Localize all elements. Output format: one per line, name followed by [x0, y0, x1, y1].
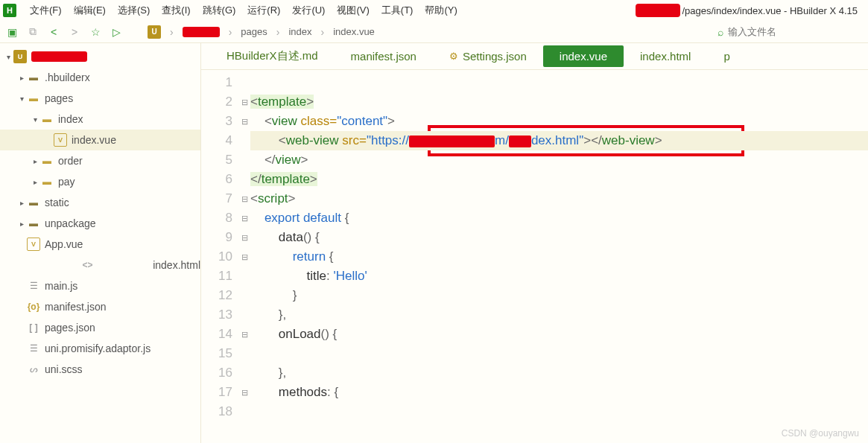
- chevron-down-icon[interactable]: ▾: [30, 115, 40, 124]
- code-line[interactable]: export default {: [250, 208, 868, 228]
- copy-icon[interactable]: ⧉: [27, 26, 39, 38]
- nav-back-icon[interactable]: <: [48, 26, 60, 38]
- menu-item[interactable]: 跳转(G): [197, 1, 242, 19]
- editor-tab[interactable]: ⚙Settings.json: [433, 45, 543, 67]
- code-line[interactable]: <view class="content">: [250, 112, 868, 131]
- code-line[interactable]: [250, 402, 868, 421]
- tree-item[interactable]: ▸▬.hbuilderx: [0, 67, 200, 88]
- app-logo-icon: H: [3, 4, 16, 17]
- code-line[interactable]: },: [250, 305, 868, 325]
- tree-item-label: index: [58, 113, 83, 125]
- tree-item[interactable]: ▸▬unpackage: [0, 213, 200, 234]
- tab-label: index.html: [640, 50, 691, 63]
- tree-item-label: uni.promisify.adaptor.js: [45, 342, 151, 354]
- fold-marker-icon[interactable]: ⊟: [238, 383, 250, 402]
- code-line[interactable]: }: [250, 286, 868, 305]
- code-line[interactable]: [250, 73, 868, 92]
- chevron-down-icon[interactable]: ▾: [3, 53, 13, 61]
- tree-item[interactable]: ▸▬static: [0, 192, 200, 213]
- editor-tab[interactable]: manifest.json: [335, 45, 433, 67]
- editor-tab[interactable]: p: [707, 45, 746, 67]
- star-icon[interactable]: ☆: [89, 26, 101, 38]
- tree-item[interactable]: ▾▬index: [0, 109, 200, 130]
- code-line[interactable]: onLoad() {: [250, 325, 868, 344]
- folder-icon: ▬: [40, 175, 54, 188]
- tree-item[interactable]: ▸VApp.vue: [0, 234, 200, 255]
- folder-icon: ▬: [27, 92, 40, 105]
- menu-item[interactable]: 视图(V): [331, 1, 375, 19]
- menu-item[interactable]: 工具(T): [376, 1, 419, 19]
- tree-item[interactable]: ▸☰uni.promisify.adaptor.js: [0, 338, 200, 359]
- fold-marker-icon[interactable]: ⊟: [238, 325, 250, 344]
- chevron-down-icon[interactable]: ▾: [16, 95, 27, 103]
- code-line[interactable]: data() {: [250, 228, 868, 247]
- fold-marker-icon[interactable]: ⊟: [238, 228, 250, 247]
- breadcrumb-item[interactable]: index: [288, 26, 311, 37]
- chevron-right-icon[interactable]: ▸: [30, 157, 40, 165]
- tree-item[interactable]: ▸ᔕuni.scss: [0, 359, 200, 380]
- menu-item[interactable]: 运行(R): [241, 1, 286, 19]
- code-line[interactable]: },: [250, 363, 868, 383]
- fold-marker-icon[interactable]: ⊟: [238, 92, 250, 112]
- menu-item[interactable]: 编辑(E): [68, 1, 112, 19]
- menu-item[interactable]: 发行(U): [286, 1, 331, 19]
- chevron-right-icon[interactable]: ▸: [16, 220, 27, 228]
- tree-item[interactable]: ▾▬pages: [0, 88, 200, 109]
- json-icon: {o}: [27, 300, 40, 313]
- fold-marker-icon[interactable]: ⊟: [238, 208, 250, 228]
- menu-item[interactable]: 选择(S): [112, 1, 156, 19]
- menu-item[interactable]: 查找(I): [156, 1, 196, 19]
- code-line[interactable]: [250, 344, 868, 363]
- fold-marker-icon[interactable]: ⊟: [238, 189, 250, 208]
- fold-marker-icon[interactable]: ⊟: [238, 247, 250, 267]
- code-editor[interactable]: 123456789101112131415161718 ⊟⊟⊟⊟⊟⊟⊟⊟ <te…: [201, 70, 868, 443]
- js-icon: ☰: [27, 279, 40, 293]
- fold-column: ⊟⊟⊟⊟⊟⊟⊟⊟: [238, 73, 250, 443]
- breadcrumb-project-icon[interactable]: U: [148, 25, 161, 39]
- tree-item-label: unpackage: [45, 217, 96, 229]
- editor-tab[interactable]: index.vue: [543, 45, 624, 67]
- run-icon[interactable]: ▷: [110, 26, 122, 38]
- tree-item[interactable]: ▸[ ]pages.json: [0, 317, 200, 338]
- code-content[interactable]: <template> <view class="content"> <web-v…: [250, 73, 868, 443]
- code-line[interactable]: title: 'Hello': [250, 267, 868, 286]
- fold-marker-icon: [238, 150, 250, 170]
- editor-area: HBuilderX自述.mdmanifest.json⚙Settings.jso…: [201, 43, 868, 443]
- menu-item[interactable]: 帮助(Y): [419, 1, 463, 19]
- code-line[interactable]: <web-view src="https://m/dex.html"></web…: [250, 131, 868, 150]
- breadcrumb-item[interactable]: pages: [241, 26, 267, 37]
- folder-icon: ▬: [40, 154, 54, 168]
- menu-item[interactable]: 文件(F): [24, 1, 68, 19]
- breadcrumb-item[interactable]: index.vue: [333, 26, 375, 37]
- editor-tabs: HBuilderX自述.mdmanifest.json⚙Settings.jso…: [201, 43, 868, 70]
- tree-item[interactable]: ▾U: [0, 46, 200, 67]
- tree-item[interactable]: ▸Vindex.vue: [0, 130, 200, 150]
- fold-marker-icon: [238, 363, 250, 383]
- tree-item[interactable]: ▸▬pay: [0, 171, 200, 192]
- tree-item[interactable]: ▸<>index.html: [0, 255, 200, 275]
- fold-marker-icon[interactable]: ⊟: [238, 112, 250, 131]
- tree-item[interactable]: ▸{o}manifest.json: [0, 296, 200, 317]
- tree-item-label: order: [58, 155, 83, 167]
- file-search-input[interactable]: [728, 26, 862, 37]
- folder-dark-icon: ▬: [27, 71, 40, 84]
- code-line[interactable]: <script>: [250, 189, 868, 208]
- tree-item-label: main.js: [45, 280, 77, 292]
- brackets-icon: [ ]: [27, 321, 40, 334]
- nav-forward-icon[interactable]: >: [69, 26, 80, 38]
- tree-item[interactable]: ▸▬order: [0, 150, 200, 171]
- chevron-right-icon[interactable]: ▸: [30, 178, 40, 186]
- chevron-right-icon[interactable]: ▸: [16, 74, 27, 82]
- tree-item[interactable]: ▸☰main.js: [0, 275, 200, 296]
- code-line[interactable]: methods: {: [250, 383, 868, 402]
- search-icon[interactable]: ⌕: [717, 26, 723, 38]
- save-icon[interactable]: ▣: [6, 26, 18, 38]
- editor-tab[interactable]: index.html: [624, 45, 707, 67]
- chevron-right-icon[interactable]: ▸: [16, 199, 27, 207]
- code-line[interactable]: </template>: [250, 170, 868, 189]
- code-line[interactable]: </view>: [250, 150, 868, 170]
- editor-tab[interactable]: HBuilderX自述.md: [210, 45, 335, 68]
- tab-label: Settings.json: [463, 50, 527, 63]
- code-line[interactable]: <template>: [250, 92, 868, 112]
- code-line[interactable]: return {: [250, 247, 868, 267]
